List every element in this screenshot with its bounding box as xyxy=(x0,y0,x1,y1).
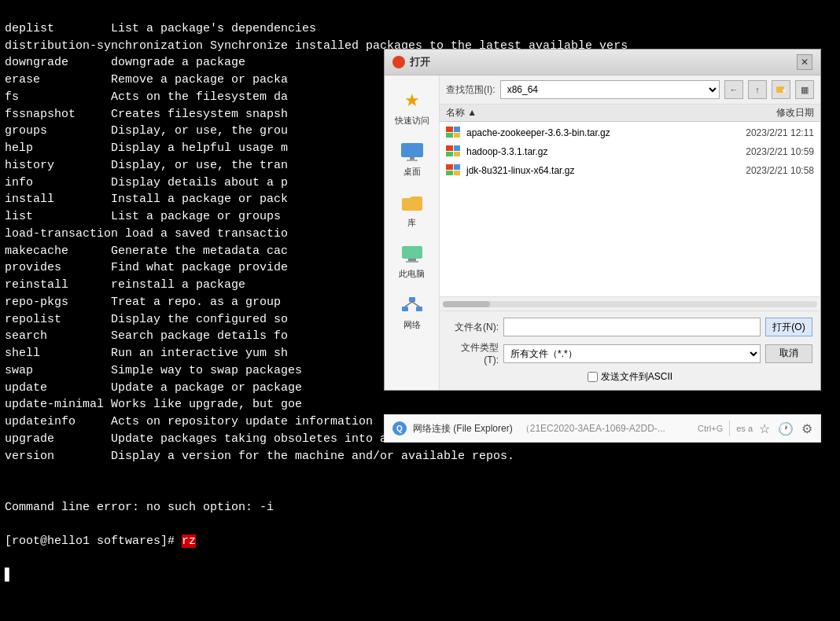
location-label: 查找范围(I): xyxy=(446,83,496,97)
file-date-jdk: 2023/2/21 10:58 xyxy=(712,165,814,176)
pc-icon xyxy=(400,241,425,266)
terminal-line: downgrade downgrade a package xyxy=(5,56,245,69)
hint-separator xyxy=(729,421,730,436)
dialog-title-icon xyxy=(392,56,405,68)
terminal-line: swap Simple way to swap packages xyxy=(5,364,302,377)
terminal-line: update Update a package or package xyxy=(5,381,302,395)
file-icon-jdk xyxy=(446,164,462,177)
filetype-row: 文件类型(T): 所有文件（*.*） 取消 xyxy=(448,341,812,366)
hint-suffix: es a xyxy=(736,424,753,433)
open-button[interactable]: 打开(O) xyxy=(765,318,812,336)
svg-line-9 xyxy=(405,302,412,307)
dialog-sidebar: ★ 快速访问 桌面 xyxy=(385,75,440,390)
star-action-icon[interactable]: ☆ xyxy=(759,421,770,436)
svg-rect-4 xyxy=(408,259,416,261)
cancel-button[interactable]: 取消 xyxy=(765,344,812,363)
dialog-footer: 文件名(N): 打开(O) 文件类型(T): 所有文件（*.*） 取消 发送文件… xyxy=(440,310,820,390)
terminal-line: repo-pkgs Treat a repo. as a group xyxy=(5,296,281,309)
hint-actions: ☆ 🕐 ⚙ xyxy=(759,421,812,436)
sidebar-item-desktop[interactable]: 桌面 xyxy=(386,134,437,182)
terminal-line: deplist List a package's dependencies xyxy=(5,22,316,35)
dialog-titlebar: 打开 ✕ xyxy=(385,50,820,75)
close-button[interactable]: ✕ xyxy=(797,54,812,70)
filename-label: 文件名(N): xyxy=(448,321,499,334)
scrollbar-track xyxy=(443,301,817,307)
checkbox-row: 发送文件到ASCII xyxy=(448,370,812,384)
star-icon: ★ xyxy=(400,88,425,113)
dialog-title: 打开 xyxy=(410,55,430,69)
location-select[interactable]: x86_64 xyxy=(500,80,720,99)
file-date-zookeeper: 2023/2/21 12:11 xyxy=(712,127,814,138)
terminal-line: shell Run an interactive yum sh xyxy=(5,347,288,360)
ascii-label: 发送文件到ASCII xyxy=(601,370,672,384)
new-folder-button[interactable]: + xyxy=(772,80,790,99)
taskbar-app-icon: Q xyxy=(392,421,407,435)
sidebar-label-quickaccess: 快速访问 xyxy=(395,115,429,127)
terminal-cursor: ▋ xyxy=(5,569,12,582)
terminal-line: erase Remove a package or packa xyxy=(5,73,288,86)
taskbar-hint-text: 网络连接 (File Explorer) （21EC2020-3AEA-1069… xyxy=(413,422,691,435)
sidebar-item-library[interactable]: 库 xyxy=(386,186,437,233)
dialog-toolbar: 查找范围(I): x86_64 ← ↑ + ▦ xyxy=(440,75,820,105)
taskbar-shortcut: Ctrl+G xyxy=(698,424,723,433)
dialog-title-area: 打开 xyxy=(392,55,430,69)
terminal-line: fs Acts on the filesystem da xyxy=(5,90,288,104)
file-list: apache-zookeeper-3.6.3-bin.tar.gz 2023/2… xyxy=(440,122,820,296)
svg-line-10 xyxy=(412,302,419,307)
svg-rect-7 xyxy=(402,307,408,311)
file-icon-hadoop xyxy=(446,145,462,158)
terminal-line: provides Find what package provide xyxy=(5,261,288,274)
terminal-line: reinstall reinstall a package xyxy=(5,278,245,292)
file-name-jdk: jdk-8u321-linux-x64.tar.gz xyxy=(466,165,712,176)
sidebar-label-network: 网络 xyxy=(403,319,421,331)
sidebar-item-quickaccess[interactable]: ★ 快速访问 xyxy=(386,83,437,131)
file-item-zookeeper[interactable]: apache-zookeeper-3.6.3-bin.tar.gz 2023/2… xyxy=(440,123,820,142)
taskbar-hint: Q 网络连接 (File Explorer) （21EC2020-3AEA-10… xyxy=(384,414,821,443)
sidebar-label-thispc: 此电脑 xyxy=(399,268,425,280)
terminal-line: search Search package details fo xyxy=(5,329,288,343)
sidebar-item-network[interactable]: 网络 xyxy=(386,288,437,336)
file-list-header: 名称 ▲ 修改日期 xyxy=(440,105,820,122)
file-name-hadoop: hadoop-3.3.1.tar.gz xyxy=(466,146,712,157)
terminal-line: update-minimal Works like upgrade, but g… xyxy=(5,398,302,411)
terminal-line: makecache Generate the metadata cac xyxy=(5,244,288,258)
sidebar-item-thispc[interactable]: 此电脑 xyxy=(386,237,437,285)
terminal-line: list List a package or groups xyxy=(5,210,281,223)
desktop-icon xyxy=(400,139,425,164)
svg-rect-8 xyxy=(416,307,422,311)
back-button[interactable]: ← xyxy=(724,80,743,99)
network-icon xyxy=(400,292,425,318)
file-item-hadoop[interactable]: hadoop-3.3.1.tar.gz 2023/2/21 10:59 xyxy=(440,142,820,161)
svg-text:+: + xyxy=(782,87,786,95)
up-button[interactable]: ↑ xyxy=(748,80,767,99)
filetype-select[interactable]: 所有文件（*.*） xyxy=(503,344,761,363)
terminal-line: load-transaction load a saved transactio xyxy=(5,227,288,241)
terminal-line: version Display a version for the machin… xyxy=(5,450,514,463)
filetype-label: 文件类型(T): xyxy=(448,341,499,366)
dialog-body: ★ 快速访问 桌面 xyxy=(385,75,820,390)
settings-action-icon[interactable]: ⚙ xyxy=(801,421,812,436)
terminal-line: updateinfo Acts on repository update inf… xyxy=(5,415,373,428)
terminal-line: upgrade Update packages taking obsoletes… xyxy=(5,432,429,446)
file-date-hadoop: 2023/2/21 10:59 xyxy=(712,146,814,157)
terminal-error-line: Command line error: no such option: -i xyxy=(5,501,274,514)
clock-action-icon[interactable]: 🕐 xyxy=(778,421,794,436)
filename-input[interactable] xyxy=(503,318,761,336)
terminal-line: groups Display, or use, the grou xyxy=(5,124,288,138)
horizontal-scrollbar[interactable] xyxy=(440,296,820,310)
terminal-line: info Display details about a p xyxy=(5,176,288,189)
view-button[interactable]: ▦ xyxy=(795,80,814,99)
filename-row: 文件名(N): 打开(O) xyxy=(448,318,812,336)
file-item-jdk[interactable]: jdk-8u321-linux-x64.tar.gz 2023/2/21 10:… xyxy=(440,161,820,180)
svg-rect-2 xyxy=(407,160,418,161)
terminal-line: history Display, or use, the tran xyxy=(5,159,288,172)
svg-rect-0 xyxy=(401,143,423,157)
ascii-checkbox[interactable] xyxy=(588,372,598,382)
scrollbar-thumb[interactable] xyxy=(443,301,490,307)
file-icon-zookeeper xyxy=(446,127,462,139)
svg-rect-3 xyxy=(402,246,422,259)
terminal-line: repolist Display the configured so xyxy=(5,313,288,326)
svg-rect-5 xyxy=(406,261,418,263)
terminal-prompt: [root@hello1 softwares]# rz xyxy=(5,535,196,548)
sidebar-label-library: 库 xyxy=(407,217,416,229)
